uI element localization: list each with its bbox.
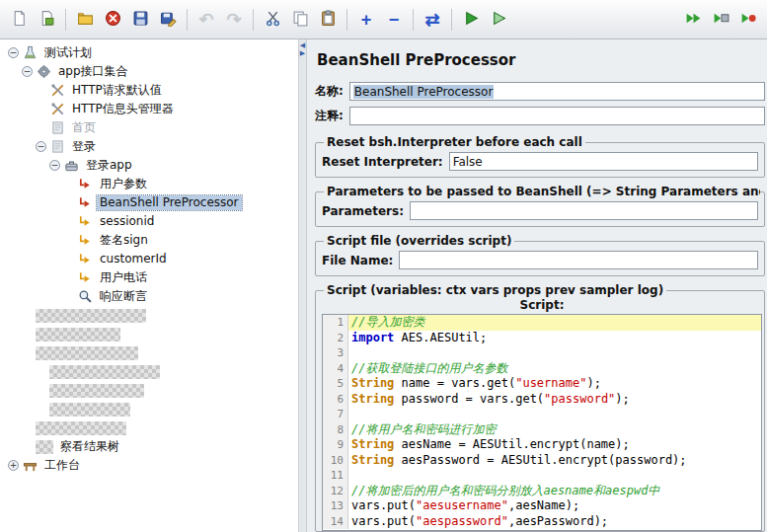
parameters-input[interactable] [410,201,758,220]
close-file-button[interactable] [100,7,125,33]
tree-item-censored[interactable] [0,418,298,437]
code-line: 9String aesName = AESUtil.encrypt(name); [323,437,761,453]
tree-item[interactable]: customerId [0,250,298,268]
code-text: String aesName = AESUtil.encrypt(name); [348,437,761,453]
tree-item[interactable]: 签名sign [0,231,298,250]
toolbar-separator [65,9,66,31]
tree-item-censored[interactable] [0,306,298,325]
panel-splitter[interactable]: ◀ ▶ [298,39,307,532]
workbench-icon [22,458,38,474]
postprocessor-arrow-icon [77,270,93,286]
script-label: Script: [322,298,762,312]
code-line: 12//将加密后的用户名和密码分别放入aesname和aespwd中 [323,484,761,499]
toolbar-separator [413,9,414,31]
remote-shutdown-all-button[interactable] [735,7,761,33]
tree-item[interactable]: −登录 [0,137,298,156]
open-file-button[interactable] [72,7,98,33]
start-icon [463,10,480,30]
toggle-button[interactable]: ⇄ [420,7,445,33]
paste-button[interactable] [315,7,341,33]
tree-item[interactable]: BeanShell PreProcessor [0,193,298,212]
remote-start-all-button[interactable] [680,7,706,33]
script-section: Script (variables: ctx vars props prev s… [315,283,765,532]
tree-item[interactable]: −登录app [0,156,298,175]
templates-button[interactable] [34,7,59,33]
tree-expand-handle[interactable]: − [22,66,33,77]
start-no-pauses-button[interactable] [486,7,511,33]
code-line: 3 [323,345,761,361]
name-row: 名称: BeanShell PreProcessor [315,82,765,101]
code-text: //导入加密类 [348,315,761,331]
tree-item[interactable]: 首页 [0,118,298,137]
code-text: vars.put("aespassword",aesPassword); [348,514,761,530]
reset-interpreter-value: False [453,155,483,169]
censored-blur [36,440,53,454]
undo-button[interactable]: ↶ [193,7,219,33]
copy-button[interactable] [287,7,313,33]
save-button[interactable] [127,7,153,33]
start-no-pauses-icon [491,10,507,30]
tree-item[interactable]: HTTP信息头管理器 [0,100,298,118]
tree-item-censored[interactable] [0,343,298,362]
code-line: 6String password = vars.get("password"); [323,392,761,408]
file-name-input[interactable] [399,251,758,269]
code-text [348,345,761,361]
code-text: String aesPassword = AESUtil.encrypt(pas… [348,453,761,469]
comment-label: 注释: [315,108,344,124]
tree-expand-handle[interactable]: − [49,160,60,171]
name-input[interactable]: BeanShell PreProcessor [349,82,765,101]
redo-button[interactable]: ↷ [221,7,247,33]
line-number: 7 [323,407,348,422]
new-file-button[interactable] [6,7,32,33]
code-line: 10String aesPassword = AESUtil.encrypt(p… [323,453,761,469]
tree-item-censored[interactable] [0,325,298,343]
tree-item[interactable]: +工作台 [0,456,298,475]
cut-button[interactable] [260,7,285,33]
censored-blur [49,365,160,379]
script-editor[interactable]: 1//导入加密类2import AES.AESUtil;34//获取登陆接口的用… [322,314,762,531]
tree-item[interactable]: HTTP请求默认值 [0,81,298,100]
postprocessor-arrow-icon [77,233,93,249]
tree-item[interactable]: −app接口集合 [0,62,298,81]
save-as-button[interactable] [155,7,181,33]
tree-item[interactable]: 用户参数 [0,175,298,193]
code-line: 4//获取登陆接口的用户名参数 [323,361,761,377]
splitter-collapse-left-icon[interactable]: ◀ [300,42,305,49]
code-text [348,468,761,484]
line-number: 8 [323,422,348,438]
censored-blur [36,421,126,435]
tree-item[interactable]: −测试计划 [0,43,298,62]
comment-row: 注释: [315,107,765,125]
page-icon [49,120,65,136]
tree-item[interactable]: 响应断言 [0,287,298,306]
tree-expand-handle[interactable]: − [36,141,46,152]
splitter-expand-right-icon[interactable]: ▶ [300,50,305,57]
script-file-section: Script file (overrides script) File Name… [315,234,765,276]
script-section-title: Script (variables: ctx vars props prev s… [324,283,666,297]
file-name-label: File Name: [322,254,393,267]
collapse-all-icon: − [389,11,400,29]
tree-expand-handle[interactable]: − [8,47,19,58]
tree-item-censored[interactable] [0,381,298,400]
code-text: import AES.AESUtil; [348,331,761,346]
templates-icon [38,10,55,30]
tree-item[interactable]: 用户电话 [0,268,298,287]
code-text [348,407,761,422]
start-button[interactable] [458,7,484,33]
tree-item[interactable]: 察看结果树 [0,437,298,456]
tree-item[interactable]: sessionid [0,212,298,231]
close-file-icon [105,10,121,30]
tree-expand-handle[interactable]: + [8,460,19,471]
copy-icon [292,10,309,30]
comment-input[interactable] [349,107,765,125]
code-line: 5String name = vars.get("username"); [323,376,761,392]
reset-interpreter-select[interactable]: False [449,152,758,171]
expand-all-button[interactable]: + [353,7,379,33]
code-line: 7 [323,407,761,422]
tree-item-censored[interactable] [0,400,298,418]
remote-stop-all-button[interactable] [708,7,733,33]
undo-icon: ↶ [198,11,213,29]
collapse-all-button[interactable]: − [381,7,407,33]
tree-item-label: customerId [97,252,170,266]
tree-item-censored[interactable] [0,362,298,381]
